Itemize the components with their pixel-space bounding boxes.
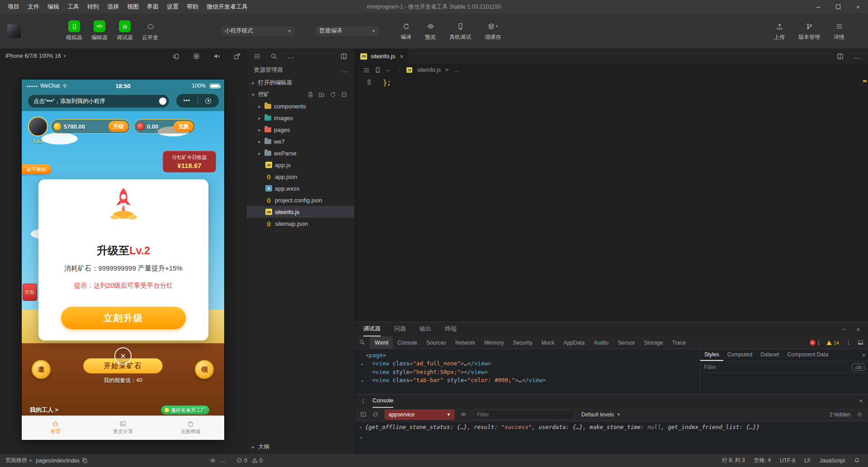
tree-file-app-wxss[interactable]: S app.wxss — [246, 182, 354, 194]
language-mode[interactable]: JavaScript — [820, 458, 845, 464]
more-icon[interactable]: … — [287, 52, 294, 60]
menu-item[interactable]: 工具 — [63, 3, 83, 11]
tab-home[interactable]: 首页 — [22, 416, 89, 440]
editor-toggle-button[interactable]: </> 编辑器 — [91, 20, 108, 42]
device-selector[interactable]: iPhone 6/7/8 100% 16 — [5, 53, 61, 59]
eye-icon[interactable] — [210, 458, 216, 463]
devtools-tab-mock[interactable]: Mock — [537, 336, 559, 349]
tab-shop[interactable]: 兑换商城 — [157, 416, 224, 440]
cloud-dev-button[interactable]: 云开发 — [142, 20, 158, 42]
refresh-icon[interactable] — [330, 92, 336, 98]
collapse-all-icon[interactable] — [341, 92, 347, 98]
kebab-menu-icon[interactable] — [360, 394, 366, 408]
styles-tab-dataset[interactable]: Dataset — [756, 349, 783, 361]
close-tab-icon[interactable]: × — [400, 53, 403, 60]
capsule-exit-button[interactable] — [198, 98, 219, 104]
tree-folder-components[interactable]: ▸ components — [246, 100, 354, 112]
context-select[interactable]: appservice ▼ — [385, 410, 454, 420]
devtools-tab-sensor[interactable]: Sensor — [613, 336, 640, 349]
devtools-tab-trace[interactable]: Trace — [668, 336, 690, 349]
eye-icon[interactable] — [461, 411, 467, 417]
menu-item[interactable]: 编辑 — [43, 3, 63, 11]
console-tab[interactable]: Console — [373, 394, 393, 408]
minimize-button[interactable]: ─ — [808, 0, 828, 14]
code-editor[interactable]: 8 }; — [355, 76, 868, 322]
encoding-setting[interactable]: UTF-8 — [780, 458, 795, 464]
rotate-device-icon[interactable] — [173, 53, 179, 60]
devtools-tab-memory[interactable]: Memory — [480, 336, 508, 349]
devtools-tab-wxml[interactable]: Wxml — [370, 336, 393, 349]
invite-friends-banner[interactable]: 邀好友来升工厂 — [161, 406, 209, 415]
outline-list-icon[interactable] — [254, 53, 260, 60]
console-prompt-row[interactable]: › — [359, 433, 863, 443]
devtools-tab-storage[interactable]: Storage — [640, 336, 668, 349]
breadcrumb-file[interactable]: siteinfo.js — [417, 67, 441, 73]
menu-item[interactable]: 视图 — [123, 3, 143, 11]
player-avatar[interactable] — [28, 117, 48, 136]
console-sidebar-icon[interactable] — [360, 411, 366, 417]
panel-tab-debugger[interactable]: 调试器 — [363, 322, 381, 336]
tree-file-project-config[interactable]: {} project.config.json — [246, 194, 354, 206]
page-path-select[interactable]: 页面路径 ▾ — [5, 457, 32, 464]
upload-button[interactable]: 上传 — [774, 21, 785, 41]
project-section[interactable]: ▾ 挖矿 — [246, 89, 354, 100]
popout-icon[interactable] — [234, 53, 241, 60]
new-folder-icon[interactable] — [319, 92, 325, 98]
breadcrumb-more[interactable]: … — [453, 67, 459, 73]
tab-siteinfo-js[interactable]: JS siteinfo.js × — [355, 49, 409, 64]
wxml-tree[interactable]: <page> ▸<view class="ad_full_none">…</vi… — [355, 349, 700, 394]
tutorial-badge[interactable]: 新手教程 — [22, 164, 52, 174]
cursor-position[interactable]: 行 8, 列 3 — [722, 457, 745, 464]
dividend-income-box[interactable]: 分红矿今日收益 ¥118.67 — [163, 151, 216, 173]
outline-section[interactable]: ▸ 大纲 — [246, 440, 354, 453]
back-icon[interactable]: ← — [386, 67, 392, 73]
details-button[interactable]: 详情 — [834, 21, 844, 41]
panel-tab-problems[interactable]: 问题 — [394, 322, 406, 336]
close-panel-icon[interactable]: × — [856, 326, 860, 333]
bell-icon[interactable] — [854, 458, 860, 463]
tree-folder-pages[interactable]: ▸ pages — [246, 124, 354, 135]
problems-indicator[interactable]: 0 0 — [236, 458, 262, 464]
dock-icon[interactable] — [858, 340, 863, 346]
tree-file-sitemap-json[interactable]: {} sitemap.json — [246, 218, 354, 229]
menu-item[interactable]: 转到 — [83, 3, 103, 11]
open-editors-section[interactable]: ▸ 打开的编辑器 — [246, 77, 354, 89]
tree-folder-wxparse[interactable]: ▸ wxParse — [246, 147, 354, 159]
copy-icon[interactable] — [82, 458, 88, 463]
chevron-right-icon[interactable]: ▸ — [359, 376, 366, 385]
capsule-more-button[interactable]: ••• — [176, 98, 198, 104]
more-icon[interactable]: … — [854, 52, 861, 61]
clear-console-icon[interactable] — [373, 411, 378, 417]
console-log-area[interactable]: ▸ {get_offline_stone_status: {…}, result… — [355, 421, 868, 453]
chevrons-right-icon[interactable]: » — [859, 349, 868, 361]
clear-cache-button[interactable]: ▾ 清缓存 — [485, 21, 501, 41]
page-path[interactable]: pages/index/index — [36, 458, 88, 464]
close-console-icon[interactable]: × — [859, 394, 863, 408]
exchange-button[interactable]: 兑换 — [174, 121, 193, 132]
upgrade-button[interactable]: 升级 — [108, 121, 128, 132]
devtools-tab-sources[interactable]: Sources — [422, 336, 451, 349]
menu-item[interactable]: 选择 — [103, 3, 123, 11]
menu-item[interactable]: 项目 — [4, 3, 24, 11]
device-debug-button[interactable]: 真机调试 — [449, 21, 471, 41]
indent-setting[interactable]: 空格: 4 — [754, 457, 771, 464]
chevron-up-icon[interactable] — [841, 327, 847, 332]
devtools-tab-audits[interactable]: Audits — [589, 336, 613, 349]
mute-icon[interactable] — [213, 53, 220, 60]
new-file-icon[interactable] — [307, 92, 313, 98]
menu-item[interactable]: 界面 — [143, 3, 163, 11]
chevron-right-icon[interactable]: ▸ — [359, 422, 362, 432]
outline-list-icon[interactable] — [363, 67, 370, 74]
maximize-button[interactable] — [828, 0, 848, 14]
version-control-button[interactable]: 版本管理 — [798, 21, 820, 41]
claim-circle-button[interactable]: 领 — [194, 360, 214, 379]
menu-item[interactable]: 帮助 — [183, 3, 203, 11]
log-levels-select[interactable]: Default levels ▼ — [581, 411, 621, 418]
simulator-toggle-button[interactable]: 模拟器 — [66, 20, 82, 42]
console-filter-input[interactable] — [477, 411, 571, 418]
styles-tab-styles[interactable]: Styles — [700, 349, 723, 361]
warning-badge[interactable]: 14 — [826, 340, 839, 346]
overview-ruler[interactable] — [862, 76, 868, 322]
record-icon[interactable] — [193, 53, 200, 60]
menu-item[interactable]: 文件 — [24, 3, 43, 11]
